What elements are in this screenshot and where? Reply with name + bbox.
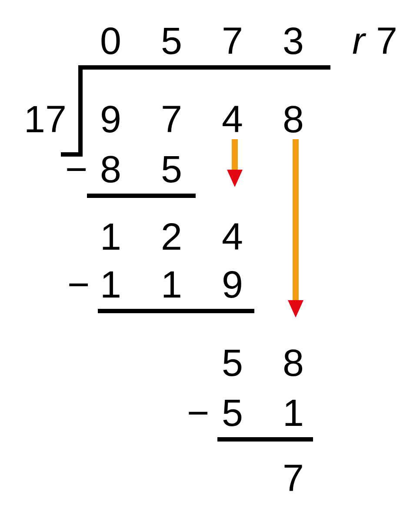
step2-digit-2: 9	[222, 265, 243, 304]
dividend-digit-0: 9	[100, 100, 121, 138]
rule-1	[87, 194, 196, 198]
dividend-digit-1: 7	[161, 100, 182, 138]
svg-marker-3	[288, 300, 303, 318]
division-bar-top	[78, 65, 330, 70]
diff1-digit-2: 4	[222, 218, 243, 256]
rule-2	[98, 309, 254, 313]
step1-digit-1: 5	[161, 150, 182, 188]
divisor: 17	[24, 100, 67, 138]
quotient-digit-2: 7	[222, 22, 243, 60]
svg-marker-1	[227, 170, 243, 187]
quotient-digit-3: 3	[283, 22, 304, 60]
remainder-value: 7	[376, 22, 397, 60]
diff2-digit-1: 8	[283, 344, 304, 382]
long-division-diagram: 0 5 7 3 r 7 17 9 7 4 8 − 8 5 1 2 4 − 1 1…	[0, 0, 420, 522]
step3-digit-1: 1	[283, 394, 304, 432]
minus-sign-1: −	[65, 150, 87, 188]
diff1-digit-0: 1	[100, 218, 121, 256]
step2-digit-0: 1	[100, 265, 121, 304]
step1-digit-0: 8	[100, 150, 121, 188]
quotient-digit-0: 0	[100, 22, 121, 60]
final-remainder: 7	[283, 459, 304, 497]
dividend-digit-3: 8	[283, 100, 304, 138]
diff2-digit-0: 5	[222, 344, 243, 382]
diff1-digit-1: 2	[161, 218, 182, 256]
dividend-digit-2: 4	[222, 100, 243, 138]
rule-3	[217, 437, 313, 442]
arrow-bring-down-1	[226, 139, 252, 191]
step2-digit-1: 1	[161, 265, 182, 304]
step3-digit-0: 5	[222, 394, 243, 432]
division-bar-vertical	[78, 65, 83, 157]
remainder-label: r	[352, 22, 365, 60]
minus-sign-3: −	[187, 394, 209, 432]
minus-sign-2: −	[67, 265, 90, 304]
quotient-digit-1: 5	[161, 22, 182, 60]
arrow-bring-down-2	[287, 139, 313, 322]
